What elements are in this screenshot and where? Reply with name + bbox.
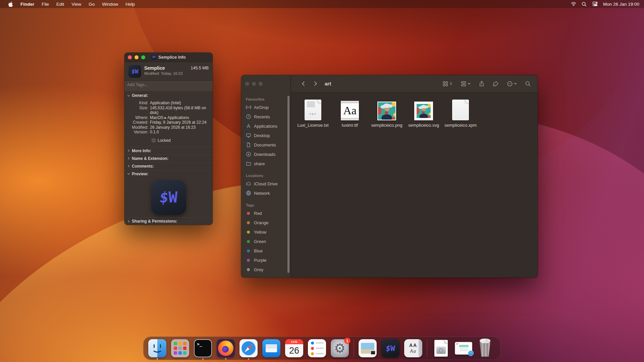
back-button[interactable] — [299, 80, 307, 88]
dock-item-minimized-window[interactable] — [455, 339, 473, 357]
version-value: 0.1.0 — [150, 130, 209, 135]
apple-menu[interactable] — [5, 0, 16, 8]
minimize-button[interactable] — [135, 55, 139, 59]
ellipsis-circle-icon — [507, 81, 513, 87]
zoom-button[interactable] — [141, 55, 145, 59]
menu-item-window[interactable]: Window — [99, 0, 121, 8]
finder-icon — [148, 339, 166, 357]
tag-label: Purple — [254, 258, 267, 263]
section-more-info[interactable]: More Info: — [124, 147, 213, 155]
sidebar-tag-orange[interactable]: Orange — [241, 218, 287, 227]
zoom-button[interactable] — [259, 82, 263, 86]
menu-item-go[interactable]: Go — [85, 0, 98, 8]
sidebar-item-icloud-drive[interactable]: iCloud Drive — [241, 179, 287, 188]
sidebar-scrollbar[interactable] — [287, 96, 289, 273]
menu-item-view[interactable]: View — [68, 0, 85, 8]
close-button[interactable] — [245, 82, 249, 86]
size-value: 145,532,418 bytes (58.8 MB on disk) — [150, 106, 206, 115]
dock-item-safari[interactable] — [239, 339, 258, 357]
file-name: Luxi_License.txt — [297, 123, 328, 128]
sidebar-item-network[interactable]: Network — [241, 188, 287, 198]
safari-icon — [239, 339, 258, 357]
dock-item-semplice[interactable]: $W — [381, 339, 399, 357]
semplice-app-icon: $W — [128, 65, 141, 78]
file-luxi-license[interactable]: TXT Luxi_License.txt — [294, 98, 331, 128]
sidebar-all-tags[interactable]: All Tags... — [241, 274, 287, 278]
dock-item-reminders[interactable] — [308, 339, 326, 357]
chevron-updown-icon — [449, 82, 452, 85]
sidebar-item-desktop[interactable]: Desktop — [241, 131, 287, 140]
general-details: Kind:Application (Intel) Size:145,532,41… — [124, 99, 213, 147]
sidebar-item-label: Desktop — [254, 133, 270, 138]
version-key: Version: — [124, 130, 150, 135]
section-general[interactable]: General: — [124, 92, 213, 99]
file-sempliceico-xpm[interactable]: sempliceico.xpm — [442, 98, 479, 128]
dock-item-launchpad[interactable] — [171, 339, 189, 357]
dock-item-font-book[interactable]: AA Aa — [404, 339, 422, 357]
dock-item-finder[interactable] — [148, 339, 166, 357]
sidebar-tag-purple[interactable]: Purple — [241, 255, 287, 265]
dock-item-firefox[interactable] — [217, 339, 235, 357]
sidebar-item-label: AirDrop — [254, 105, 269, 110]
file-sempliceico-svg[interactable]: sempliceico.svg — [405, 98, 442, 128]
sidebar-item-airdrop[interactable]: AirDrop — [241, 103, 287, 112]
file-luximr-ttf[interactable]: Aa luximr.ttf — [331, 98, 368, 128]
menu-item-finder[interactable]: Finder — [17, 0, 38, 8]
spotlight-icon[interactable] — [582, 1, 587, 7]
sidebar-item-documents[interactable]: Documents — [241, 140, 287, 149]
section-preview[interactable]: Preview: — [124, 170, 213, 178]
section-label: Preview: — [132, 172, 148, 176]
sidebar-tag-yellow[interactable]: Yellow — [241, 227, 287, 237]
minimize-button[interactable] — [252, 82, 256, 86]
dock-item-terminal[interactable]: >_ — [194, 339, 212, 357]
running-indicator — [248, 358, 249, 360]
mail-icon — [262, 339, 280, 357]
dock-item-mail[interactable] — [262, 339, 280, 357]
sidebar-item-label: Documents — [254, 142, 276, 147]
menu-item-edit[interactable]: Edit — [53, 0, 67, 8]
document-icon — [246, 142, 251, 147]
dock-item-preview[interactable] — [359, 339, 377, 357]
sidebar-tag-green[interactable]: Green — [241, 237, 287, 246]
chevron-expanded-icon — [127, 172, 130, 175]
add-tags-input[interactable] — [127, 82, 210, 87]
sidebar-item-downloads[interactable]: Downloads — [241, 149, 287, 159]
file-sempliceico-png[interactable]: sempliceico.png — [368, 98, 405, 128]
size-key: Size: — [124, 106, 150, 115]
share-button[interactable] — [479, 81, 485, 87]
forward-button[interactable] — [311, 80, 319, 88]
menu-bar-clock[interactable]: Mon 26 Jan 19:00 — [603, 2, 639, 7]
group-button[interactable] — [461, 81, 471, 87]
search-button[interactable] — [525, 81, 531, 87]
section-label: Comments: — [132, 164, 154, 169]
dock-item-trash[interactable] — [478, 339, 496, 357]
sidebar-item-label: Applications — [254, 124, 277, 129]
kind-key: Kind: — [124, 101, 150, 106]
sidebar-tag-red[interactable]: Red — [241, 208, 287, 218]
menu-item-help[interactable]: Help — [122, 0, 138, 8]
section-comments[interactable]: Comments: — [124, 162, 213, 170]
section-name-extension[interactable]: Name & Extension: — [124, 155, 213, 162]
tag-dot-blue — [247, 249, 250, 252]
dock-item-disk-image[interactable] — [432, 339, 450, 357]
sidebar-tag-blue[interactable]: Blue — [241, 246, 287, 255]
control-center-icon[interactable] — [592, 1, 598, 7]
view-options-button[interactable] — [442, 81, 452, 87]
menu-item-file[interactable]: File — [38, 0, 52, 8]
sidebar-item-share[interactable]: share — [241, 159, 287, 168]
locked-row: Locked — [152, 138, 209, 143]
sidebar-item-applications[interactable]: Applications — [241, 121, 287, 131]
dock-item-calendar[interactable]: JAN 26 — [285, 339, 303, 357]
dock-item-system-settings[interactable]: ⚙ 1 — [331, 339, 349, 357]
more-options-button[interactable] — [507, 81, 517, 87]
wifi-icon[interactable] — [571, 1, 576, 7]
locked-checkbox[interactable] — [152, 138, 156, 142]
minimized-window-thumbnail — [455, 342, 472, 355]
section-sharing-permissions[interactable]: Sharing & Permissions: — [124, 217, 213, 225]
tags-button[interactable] — [493, 81, 499, 87]
close-button[interactable] — [128, 55, 132, 59]
sidebar-tag-grey[interactable]: Grey — [241, 265, 287, 274]
fontbook-lower: Aa — [410, 349, 417, 354]
running-indicator — [202, 358, 204, 360]
sidebar-item-recents[interactable]: Recents — [241, 112, 287, 121]
